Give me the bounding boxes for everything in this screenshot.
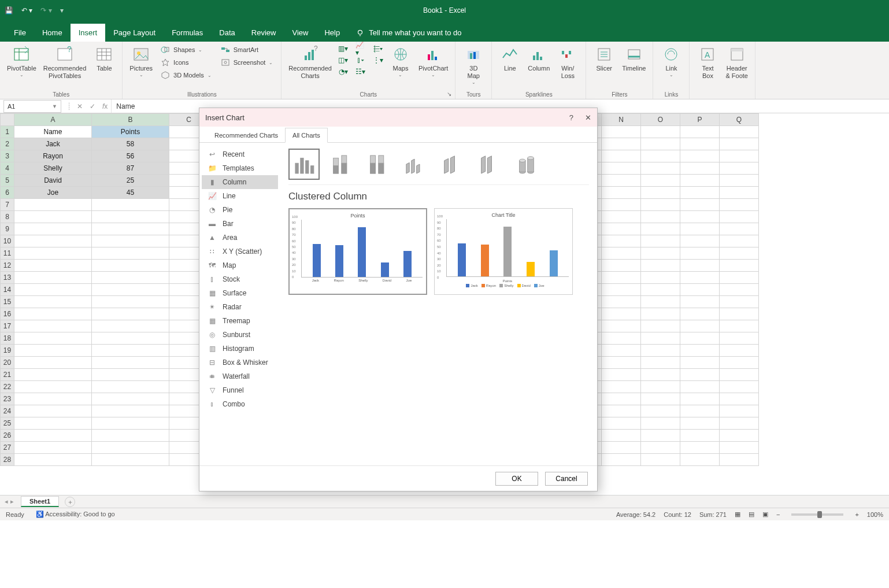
cell-B9[interactable] — [92, 223, 169, 235]
cell-Q1[interactable] — [720, 126, 759, 138]
cell-A20[interactable] — [14, 357, 92, 369]
cell-Q3[interactable] — [720, 150, 759, 162]
cell-A18[interactable] — [14, 332, 92, 345]
cell-B15[interactable] — [92, 296, 169, 308]
cell-Q5[interactable] — [720, 175, 759, 187]
cell-N4[interactable] — [602, 162, 641, 175]
cell-N26[interactable] — [602, 430, 641, 442]
row-header-13[interactable]: 13 — [1, 272, 14, 284]
insert-combo-chart[interactable]: ⬱▾ — [372, 44, 384, 53]
header-footer-button[interactable]: Header & Foote — [724, 44, 749, 80]
cell-P27[interactable] — [680, 442, 720, 454]
row-header-9[interactable]: 9 — [1, 223, 14, 235]
cell-Q4[interactable] — [720, 162, 759, 175]
cell-P28[interactable] — [680, 454, 720, 466]
cell-Q14[interactable] — [720, 284, 759, 296]
redo-icon[interactable]: ↷ ▾ — [40, 6, 51, 14]
cell-Q18[interactable] — [720, 332, 759, 345]
sheet-nav-last-icon[interactable]: ▸ — [10, 498, 14, 505]
zoom-slider[interactable] — [791, 513, 843, 516]
ribbon-tab-help[interactable]: Help — [316, 24, 348, 42]
row-header-11[interactable]: 11 — [1, 247, 14, 260]
cell-O11[interactable] — [641, 247, 680, 260]
cell-P19[interactable] — [680, 345, 720, 357]
cell-N16[interactable] — [602, 308, 641, 320]
row-header-16[interactable]: 16 — [1, 308, 14, 320]
cell-P16[interactable] — [680, 308, 720, 320]
cell-N17[interactable] — [602, 320, 641, 332]
cell-O3[interactable] — [641, 150, 680, 162]
cell-P10[interactable] — [680, 235, 720, 247]
cell-P3[interactable] — [680, 150, 720, 162]
cell-A11[interactable] — [14, 247, 92, 260]
row-header-3[interactable]: 3 — [1, 150, 14, 162]
cell-Q13[interactable] — [720, 272, 759, 284]
cell-P1[interactable] — [680, 126, 720, 138]
cell-N9[interactable] — [602, 223, 641, 235]
cell-A14[interactable] — [14, 284, 92, 296]
row-header-10[interactable]: 10 — [1, 235, 14, 247]
sheet-tab[interactable]: Sheet1 — [21, 496, 59, 507]
column-subtype-6[interactable] — [473, 149, 505, 180]
chart-type-recent[interactable]: ↩ Recent — [202, 147, 278, 161]
cell-A1[interactable]: Name — [14, 126, 92, 138]
insert-scatter-chart[interactable]: ⋮▾ — [372, 56, 384, 65]
chart-type-bar[interactable]: ▬ Bar — [202, 217, 278, 231]
column-subtype-4[interactable] — [399, 149, 431, 180]
row-header-8[interactable]: 8 — [1, 211, 14, 223]
row-header-4[interactable]: 4 — [1, 162, 14, 175]
cell-P18[interactable] — [680, 332, 720, 345]
cell-B19[interactable] — [92, 345, 169, 357]
cell-A5[interactable]: David — [14, 175, 92, 187]
maps-button[interactable]: Maps⌄ — [388, 44, 413, 77]
ribbon-tab-insert[interactable]: Insert — [71, 24, 106, 42]
cell-A27[interactable] — [14, 442, 92, 454]
cell-O14[interactable] — [641, 284, 680, 296]
row-header-12[interactable]: 12 — [1, 260, 14, 272]
zoom-out-icon[interactable]: − — [776, 511, 780, 518]
insert-hierarchy-chart[interactable]: ◫▾ — [338, 56, 349, 65]
cell-Q25[interactable] — [720, 417, 759, 430]
cell-P24[interactable] — [680, 405, 720, 417]
row-header-28[interactable]: 28 — [1, 454, 14, 466]
ribbon-tab-data[interactable]: Data — [211, 24, 243, 42]
chart-type-combo[interactable]: ⫾ Combo — [202, 397, 278, 411]
cell-N1[interactable] — [602, 126, 641, 138]
cell-O19[interactable] — [641, 345, 680, 357]
row-header-25[interactable]: 25 — [1, 417, 14, 430]
row-header-26[interactable]: 26 — [1, 430, 14, 442]
cell-A17[interactable] — [14, 320, 92, 332]
dialog-help-icon[interactable]: ? — [569, 113, 573, 122]
cell-P26[interactable] — [680, 430, 720, 442]
pivottable-button[interactable]: PivotTable⌄ — [6, 44, 38, 77]
chart-type-histogram[interactable]: ▥ Histogram — [202, 342, 278, 356]
cell-N20[interactable] — [602, 357, 641, 369]
cell-P6[interactable] — [680, 187, 720, 199]
cell-O8[interactable] — [641, 211, 680, 223]
chart-type-column[interactable]: ▮ Column — [202, 175, 278, 189]
cell-P2[interactable] — [680, 138, 720, 150]
chart-type-pie[interactable]: ◔ Pie — [202, 203, 278, 217]
cell-P7[interactable] — [680, 199, 720, 211]
chevron-down-icon[interactable]: ▼ — [52, 103, 57, 109]
cell-O21[interactable] — [641, 369, 680, 381]
cell-A15[interactable] — [14, 296, 92, 308]
name-box[interactable]: A1 ▼ — [3, 100, 61, 113]
cell-O12[interactable] — [641, 260, 680, 272]
slicer-button[interactable]: Slicer — [592, 44, 616, 72]
cell-B22[interactable] — [92, 381, 169, 393]
cell-B24[interactable] — [92, 405, 169, 417]
cell-O10[interactable] — [641, 235, 680, 247]
row-header-19[interactable]: 19 — [1, 345, 14, 357]
cell-P5[interactable] — [680, 175, 720, 187]
charts-dialog-launcher[interactable]: ↘ — [447, 91, 454, 98]
cell-B28[interactable] — [92, 454, 169, 466]
cell-B26[interactable] — [92, 430, 169, 442]
cell-B21[interactable] — [92, 369, 169, 381]
cell-P23[interactable] — [680, 393, 720, 405]
cell-Q12[interactable] — [720, 260, 759, 272]
cell-A7[interactable] — [14, 199, 92, 211]
cell-Q22[interactable] — [720, 381, 759, 393]
cell-A12[interactable] — [14, 260, 92, 272]
select-all-cell[interactable] — [1, 114, 14, 126]
